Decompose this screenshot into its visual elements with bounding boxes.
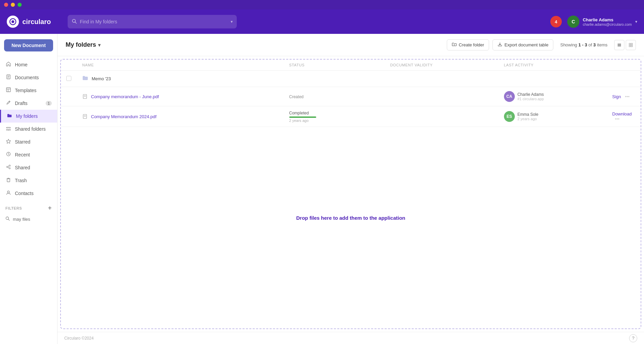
sidebar-item-label: Recent xyxy=(15,152,30,157)
action-link[interactable]: Sign xyxy=(612,94,621,99)
last-activity: CA Charlie Adams #1 circularo.app xyxy=(504,91,601,102)
search-input[interactable] xyxy=(80,19,228,24)
avatar: CA xyxy=(504,91,515,102)
documents-icon xyxy=(5,74,12,81)
svg-line-3 xyxy=(75,22,76,23)
svg-rect-30 xyxy=(629,43,630,45)
grid-view-button[interactable] xyxy=(626,40,636,50)
search-dropdown-icon[interactable]: ▾ xyxy=(231,19,233,24)
sidebar-item-home[interactable]: Home xyxy=(0,58,57,71)
last-activity: ES Emma Sole 2 years ago xyxy=(504,111,601,122)
help-button[interactable]: ? xyxy=(629,334,637,342)
svg-rect-32 xyxy=(629,45,630,47)
svg-line-23 xyxy=(8,219,10,221)
sidebar-item-contacts[interactable]: Contacts xyxy=(0,187,57,200)
user-info[interactable]: C Charlie Adams charlie.adams@circularo.… xyxy=(567,16,637,28)
star-icon xyxy=(5,138,12,145)
logo-text: circularo xyxy=(22,18,51,26)
table-area: NAME STATUS DOCUMENT VALIDITY LAST ACTIV… xyxy=(58,56,644,332)
folder-dropdown-icon: ▾ xyxy=(98,42,100,48)
row-more-button[interactable]: ••• xyxy=(615,116,620,122)
drafts-badge: 1 xyxy=(46,101,52,106)
activity-name: Charlie Adams xyxy=(518,92,544,97)
row-more-button[interactable]: ••• xyxy=(625,94,630,99)
file-table: NAME STATUS DOCUMENT VALIDITY LAST ACTIV… xyxy=(61,60,641,127)
sidebar-item-drafts[interactable]: Drafts 1 xyxy=(0,97,57,110)
sidebar-item-shared[interactable]: Shared xyxy=(0,161,57,174)
col-name: NAME xyxy=(77,60,263,71)
sidebar-item-label: Starred xyxy=(15,139,30,145)
header-right: 4 C Charlie Adams charlie.adams@circular… xyxy=(550,16,637,28)
user-email: charlie.adams@circularo.com xyxy=(583,22,632,26)
notification-badge[interactable]: 4 xyxy=(550,16,562,27)
row-checkbox[interactable] xyxy=(66,76,71,81)
svg-marker-12 xyxy=(6,139,11,143)
sidebar-item-label: Trash xyxy=(15,178,27,183)
recent-icon xyxy=(5,151,12,158)
user-dropdown-icon: ▾ xyxy=(635,19,637,24)
svg-line-18 xyxy=(8,167,9,168)
user-details: Charlie Adams charlie.adams@circularo.co… xyxy=(583,17,632,26)
status-badge: Created xyxy=(289,94,304,99)
trash-icon xyxy=(5,177,12,184)
search-bar[interactable]: ▾ xyxy=(68,15,237,28)
close-button[interactable] xyxy=(4,3,8,7)
create-folder-button[interactable]: Create folder xyxy=(447,39,489,50)
svg-line-11 xyxy=(9,102,10,102)
svg-rect-19 xyxy=(7,179,10,182)
list-view-button[interactable] xyxy=(614,40,624,50)
sidebar-item-label: Drafts xyxy=(15,101,27,106)
sidebar-item-starred[interactable]: Starred xyxy=(0,135,57,148)
minimize-button[interactable] xyxy=(11,3,15,7)
sidebar-item-recent[interactable]: Recent xyxy=(0,148,57,161)
table-row: Company Memorandum 2024.pdf Completed xyxy=(61,106,641,127)
search-filter-icon xyxy=(5,216,10,222)
sidebar-item-label: Shared folders xyxy=(15,126,46,132)
footer: Circularo ©2024 ? xyxy=(58,332,644,344)
sidebar: New Document Home Documents Templates xyxy=(0,34,58,344)
folder-row-icon xyxy=(82,75,88,83)
sidebar-item-label: Home xyxy=(15,62,27,67)
drafts-icon xyxy=(5,100,12,107)
titlebar xyxy=(0,0,644,9)
filter-item[interactable]: may files xyxy=(0,214,57,225)
svg-line-17 xyxy=(8,166,9,167)
content-header: My folders ▾ Create folder Export docume… xyxy=(58,34,644,56)
showing-text: Showing 1 - 3 of 3 items xyxy=(560,42,607,47)
maximize-button[interactable] xyxy=(18,3,22,7)
svg-point-21 xyxy=(7,191,9,193)
folder-name[interactable]: Memo '23 xyxy=(82,75,635,83)
col-activity: LAST ACTIVITY xyxy=(499,60,607,71)
shared-icon xyxy=(5,164,12,171)
svg-point-1 xyxy=(12,20,14,23)
new-document-button[interactable]: New Document xyxy=(4,39,53,51)
action-link[interactable]: Download xyxy=(612,111,632,116)
svg-rect-31 xyxy=(631,43,632,45)
main-content: My folders ▾ Create folder Export docume… xyxy=(58,34,644,344)
add-filter-button[interactable]: + xyxy=(48,205,52,212)
avatar: ES xyxy=(504,111,515,122)
sidebar-item-templates[interactable]: Templates xyxy=(0,84,57,97)
shared-folders-icon xyxy=(5,126,12,132)
svg-point-16 xyxy=(9,168,10,169)
table-row: Memo '23 xyxy=(61,71,641,87)
logo: circularo xyxy=(7,16,61,28)
sidebar-item-shared-folders[interactable]: Shared folders xyxy=(0,123,57,135)
svg-rect-33 xyxy=(631,45,632,47)
sidebar-item-documents[interactable]: Documents xyxy=(0,71,57,84)
folder-title[interactable]: My folders ▾ xyxy=(66,41,100,48)
filters-section: FILTERS + xyxy=(0,202,57,214)
col-status: STATUS xyxy=(284,60,365,71)
sidebar-item-trash[interactable]: Trash xyxy=(0,174,57,187)
view-toggle xyxy=(614,40,636,50)
file-name[interactable]: Company memorandum - June.pdf xyxy=(82,94,258,99)
drop-zone[interactable]: NAME STATUS DOCUMENT VALIDITY LAST ACTIV… xyxy=(60,59,641,329)
sidebar-item-label: Documents xyxy=(15,75,39,80)
user-name: Charlie Adams xyxy=(583,17,632,22)
app-body: New Document Home Documents Templates xyxy=(0,34,644,344)
folder-icon xyxy=(6,113,13,120)
sidebar-item-my-folders[interactable]: My folders xyxy=(0,110,57,123)
export-button[interactable]: Export document table xyxy=(492,39,553,50)
file-name[interactable]: Company Memorandum 2024.pdf xyxy=(82,114,258,119)
sidebar-item-label: Shared xyxy=(15,165,30,170)
